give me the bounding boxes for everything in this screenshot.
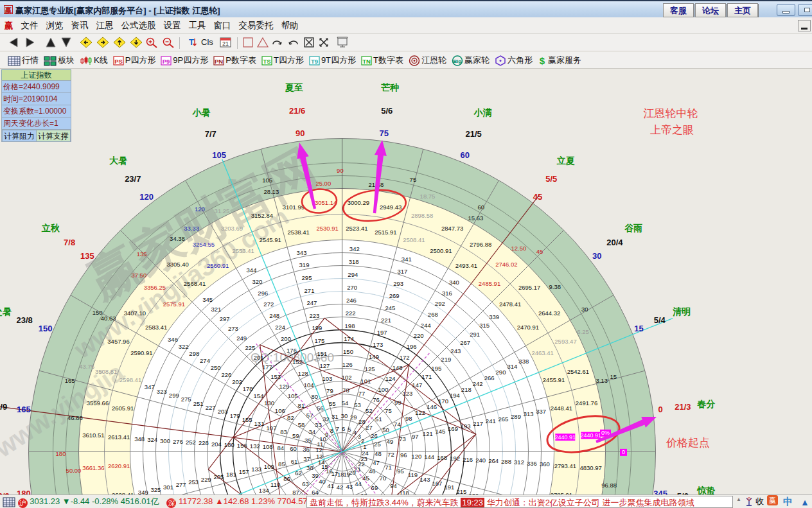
svg-text:345: 345 — [202, 296, 213, 303]
svg-text:80: 80 — [311, 393, 318, 400]
svg-text:180: 180 — [17, 489, 31, 495]
svg-text:248: 248 — [269, 312, 279, 319]
svg-text:109: 109 — [264, 463, 274, 470]
svg-text:130: 130 — [264, 399, 274, 407]
svg-text:193: 193 — [461, 423, 471, 430]
svg-text:150: 150 — [343, 348, 353, 355]
svg-text:2605.91: 2605.91 — [112, 405, 134, 412]
svg-text:$: $ — [540, 55, 545, 66]
svg-text:12.50: 12.50 — [511, 245, 527, 252]
svg-text:276: 276 — [173, 438, 183, 445]
svg-text:59: 59 — [292, 432, 299, 439]
svg-text:203: 203 — [218, 408, 228, 415]
svg-text:336: 336 — [527, 460, 537, 467]
svg-text:42: 42 — [337, 484, 344, 491]
svg-text:2793.41: 2793.41 — [554, 462, 576, 469]
svg-text:360: 360 — [540, 460, 550, 468]
svg-text:340: 340 — [449, 279, 459, 286]
svg-text:85: 85 — [278, 460, 285, 468]
svg-text:225: 225 — [245, 344, 255, 351]
svg-text:153: 153 — [270, 373, 281, 380]
svg-text:178: 178 — [243, 385, 253, 392]
svg-text:5/5: 5/5 — [545, 174, 557, 184]
svg-text:50: 50 — [382, 426, 389, 434]
svg-text:122: 122 — [415, 409, 425, 416]
svg-text:46.88: 46.88 — [67, 414, 83, 421]
svg-text:2470.91: 2470.91 — [517, 324, 539, 331]
svg-text:TS: TS — [263, 58, 270, 65]
svg-text:341: 341 — [402, 256, 412, 263]
svg-text:343: 343 — [297, 249, 307, 256]
svg-text:4830.97: 4830.97 — [580, 464, 602, 471]
svg-text:25.00: 25.00 — [315, 180, 331, 187]
svg-text:26: 26 — [371, 432, 378, 439]
svg-text:251: 251 — [193, 400, 204, 407]
svg-text:167: 167 — [432, 480, 442, 487]
svg-text:53: 53 — [354, 401, 361, 408]
svg-text:120: 120 — [195, 206, 205, 213]
svg-text:Big: Big — [454, 58, 462, 64]
svg-text:132: 132 — [250, 442, 260, 450]
svg-text:102: 102 — [342, 374, 352, 381]
svg-text:121: 121 — [423, 430, 433, 437]
svg-text:72: 72 — [387, 451, 394, 458]
svg-text:277: 277 — [176, 481, 186, 488]
svg-text:5/6: 5/6 — [381, 106, 393, 116]
svg-text:349: 349 — [138, 489, 148, 495]
svg-text:128: 128 — [298, 370, 308, 377]
svg-text:347: 347 — [145, 383, 155, 390]
svg-text:345: 345 — [653, 489, 667, 495]
svg-text:295: 295 — [302, 274, 312, 281]
svg-text:202: 202 — [232, 378, 242, 385]
svg-text:129: 129 — [279, 383, 289, 390]
svg-text:319: 319 — [299, 261, 310, 268]
svg-text:145: 145 — [435, 428, 445, 435]
svg-text:69: 69 — [371, 484, 378, 491]
svg-text:267: 267 — [460, 339, 470, 346]
svg-text:40.63: 40.63 — [101, 315, 116, 322]
svg-text:27: 27 — [366, 424, 373, 431]
svg-text:60: 60 — [290, 445, 297, 452]
svg-text:30: 30 — [581, 306, 588, 313]
svg-text:119: 119 — [408, 471, 418, 478]
svg-text:31.25: 31.25 — [215, 207, 230, 215]
svg-text:2542.61: 2542.61 — [567, 368, 589, 375]
svg-text:317: 317 — [397, 268, 407, 275]
svg-text:处暑: 处暑 — [0, 306, 12, 317]
svg-text:46: 46 — [369, 468, 376, 475]
svg-text:221: 221 — [381, 317, 391, 324]
svg-text:268: 268 — [428, 311, 438, 318]
svg-text:346: 346 — [168, 336, 178, 343]
svg-text:34.38: 34.38 — [170, 235, 185, 242]
svg-text:2440.91: 2440.91 — [555, 434, 576, 441]
svg-text:144: 144 — [424, 453, 434, 460]
svg-text:74: 74 — [394, 421, 401, 428]
svg-text:9.38: 9.38 — [549, 283, 561, 290]
svg-text:57: 57 — [306, 412, 313, 419]
svg-text:25: 25 — [374, 441, 381, 448]
svg-text:60: 60 — [461, 150, 470, 160]
svg-text:222: 222 — [346, 310, 356, 317]
svg-text:155: 155 — [242, 416, 252, 423]
svg-text:229: 229 — [201, 476, 211, 483]
svg-text:90: 90 — [296, 128, 304, 138]
svg-text:337: 337 — [536, 408, 546, 415]
svg-text:PS: PS — [114, 58, 123, 65]
svg-text:TN: TN — [362, 58, 371, 65]
svg-text:38: 38 — [306, 464, 313, 471]
svg-text:297: 297 — [220, 315, 230, 322]
svg-text:60: 60 — [478, 204, 485, 211]
svg-text:75: 75 — [380, 128, 389, 138]
svg-text:272: 272 — [263, 301, 274, 308]
svg-text:219: 219 — [441, 356, 451, 363]
svg-text:318: 318 — [349, 258, 359, 265]
svg-text:324: 324 — [147, 436, 157, 443]
svg-text:58: 58 — [298, 421, 305, 428]
svg-text:81: 81 — [298, 402, 305, 409]
svg-text:227: 227 — [206, 404, 216, 411]
svg-text:51: 51 — [375, 416, 382, 423]
svg-text:2847.73: 2847.73 — [441, 225, 463, 232]
svg-text:223: 223 — [309, 312, 319, 319]
svg-text:252: 252 — [186, 439, 196, 446]
svg-text:150: 150 — [39, 324, 53, 333]
